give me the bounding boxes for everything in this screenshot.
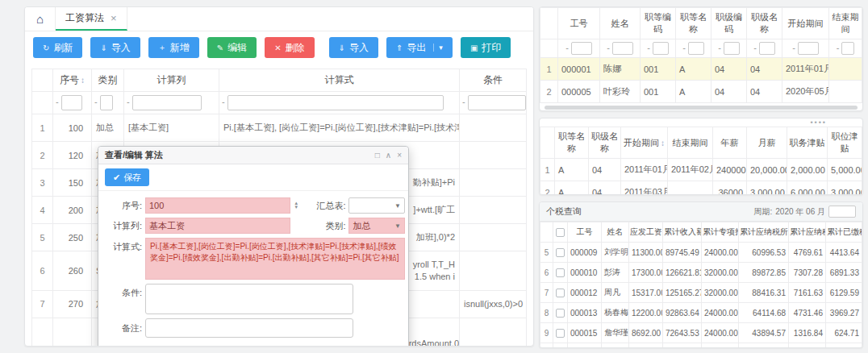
condition-textarea[interactable] [145, 284, 353, 314]
filter-operator[interactable]: - [837, 43, 840, 52]
tax-row[interactable]: 5 000009 刘学明 11300.00 89745.49 24000.00 … [540, 243, 862, 263]
filter-input-condition[interactable] [468, 95, 526, 110]
cell-gross-pay: 12200.00 [629, 303, 663, 323]
filter-operator[interactable]: - [56, 97, 59, 106]
cell-cum-income: 89745.49 [663, 243, 702, 263]
drag-handle-dots[interactable]: •••• [810, 119, 827, 126]
row-checkbox[interactable] [556, 248, 565, 257]
filter-input-seq[interactable] [61, 95, 82, 110]
dialog-body: 序号: 100 ▲ ▼ 汇总表: ▼ 计算列: 基本工资 类别: 加总 [98, 191, 408, 347]
cell-grade-code: 001 [641, 58, 676, 81]
filter-input[interactable] [841, 42, 854, 55]
salary-row[interactable]: 1 A 04 2011年01月 2011年02月 240000 20,000.0… [540, 159, 862, 181]
import-button-2[interactable]: ⇓ 导入 [329, 37, 378, 58]
delete-icon: ✕ [274, 44, 281, 52]
algorithm-row[interactable]: 1 100 加总 [基本工资] Pi.[基本工资], [岗位工资]=Pi.[岗位… [32, 114, 527, 142]
filter-operator[interactable]: - [127, 97, 130, 106]
horizontal-scrollbar[interactable] [545, 106, 858, 110]
summary-select[interactable]: ▼ [348, 197, 405, 214]
cell-seq: 150 [53, 169, 92, 197]
print-button[interactable]: ▣ 打印 [461, 37, 511, 58]
maximize-icon[interactable]: □ [375, 152, 380, 160]
filter-input[interactable] [612, 42, 633, 55]
delete-button[interactable]: ✕ 删除 [265, 37, 314, 58]
col-header-start-period[interactable]: 开始期间↕ [621, 127, 668, 159]
filter-operator[interactable]: - [462, 97, 465, 106]
grade-row[interactable]: 2 000005 叶彩玲 001 A 04 04 2020年05月 [540, 81, 862, 103]
row-checkbox[interactable] [556, 329, 565, 338]
salary-row[interactable]: 2 A 04 2011年03月 36000 3,000.00 6,000.00 … [540, 181, 862, 196]
filter-operator[interactable]: - [565, 43, 569, 52]
tab-home[interactable]: ⌂ [25, 7, 56, 31]
row-number: 3 [32, 169, 53, 197]
column-field[interactable]: 基本工资 [145, 218, 290, 234]
seq-field[interactable]: 100 [145, 197, 290, 214]
note-input[interactable] [145, 318, 353, 338]
refresh-button[interactable]: ↻ 刷新 [33, 37, 82, 58]
dialog-close-icon[interactable]: × [397, 152, 402, 160]
row-checkbox[interactable] [556, 289, 565, 297]
filter-input[interactable] [798, 42, 819, 55]
row-number: 1 [540, 159, 555, 181]
cell-level-name: 04 [589, 181, 621, 196]
grade-row[interactable]: 1 000001 陈娜 001 A 04 04 2011年01月 [540, 58, 862, 81]
cell-end-period [668, 181, 713, 196]
filter-operator[interactable]: - [753, 43, 757, 52]
col-header-column: 计算列 [124, 69, 219, 92]
filter-input[interactable] [653, 42, 669, 55]
filter-input[interactable] [571, 42, 592, 55]
filter-operator[interactable]: - [94, 97, 98, 106]
tab-label: 工资算法 [65, 11, 104, 25]
filter-input-category[interactable] [100, 95, 113, 110]
close-icon[interactable]: × [111, 13, 117, 23]
filter-input[interactable] [688, 42, 704, 55]
export-button[interactable]: ⇑ 导出 ▾ [386, 37, 453, 58]
filter-operator[interactable]: - [718, 43, 721, 52]
cell-emp-id: 000016 [568, 343, 602, 349]
row-checkbox[interactable] [556, 268, 565, 277]
panel-header: 个税查询 周期: 2020 年 06 月 [540, 202, 862, 222]
row-checkbox[interactable] [556, 309, 565, 318]
period-value: 2020 年 06 月 [775, 206, 825, 218]
filter-input-formula[interactable] [227, 95, 444, 110]
caret-down-icon[interactable]: ▾ [433, 44, 443, 52]
tax-row[interactable]: 7 000012 周凡 15317.00 125165.27 32000.00 … [540, 283, 862, 303]
formula-textarea[interactable]: Pi.[基本工资],[岗位工资]=Pi.[岗位工资],[技术津贴]=Pi.[技术… [145, 238, 405, 280]
filter-operator[interactable]: - [792, 43, 795, 52]
row-number: 5 [540, 243, 553, 263]
filter-operator[interactable]: - [647, 43, 650, 52]
dialog-titlebar[interactable]: 查看/编辑 算法 □ ∧ × [98, 147, 408, 164]
filter-input[interactable] [724, 42, 740, 55]
row-number: 2 [540, 181, 555, 196]
filter-input-column[interactable] [132, 95, 202, 110]
edit-button[interactable]: ✎ 编辑 [207, 37, 257, 58]
row-number: 8 [540, 303, 553, 323]
col-header: 累计已缴税额 [826, 222, 862, 243]
spinner-down-icon[interactable]: ▼ [294, 206, 298, 210]
sort-icon[interactable]: ↕ [81, 76, 85, 85]
filter-operator[interactable]: - [682, 43, 686, 52]
category-select[interactable]: 加总 ▼ [348, 218, 405, 234]
period-input[interactable] [828, 206, 856, 218]
tax-row[interactable]: 9 000015 詹华瑾 8692.00 72643.53 24000.00 4… [540, 323, 862, 343]
import-button[interactable]: ⇓ 导入 [90, 37, 140, 58]
cell-emp-id: 000010 [568, 263, 602, 283]
filter-input[interactable] [759, 42, 775, 55]
print-icon: ▣ [470, 44, 478, 52]
tax-row[interactable]: 8 000013 杨春梅 12200.00 92863.64 24000.00 … [540, 303, 862, 323]
cell-cum-tax-payable: 4769.61 [789, 243, 826, 263]
collapse-icon[interactable]: ∧ [386, 152, 391, 160]
save-button[interactable]: ✔ 保存 [105, 168, 149, 186]
sort-icon[interactable]: ↕ [661, 139, 665, 147]
tab-salary-algorithm[interactable]: 工资算法 × [56, 7, 127, 31]
tax-row[interactable]: 10 000016 研发兴 19600.00 157261.42 40000.0… [540, 343, 862, 349]
filter-operator[interactable]: - [607, 43, 610, 52]
cell-duty-allowance: 2,000.00 [787, 159, 828, 181]
col-header-seq[interactable]: 序号↕ [53, 69, 92, 92]
add-button[interactable]: ＋ 新增 [148, 37, 199, 58]
filter-operator[interactable]: - [222, 97, 225, 106]
select-all-checkbox[interactable] [556, 228, 565, 237]
button-label: 导入 [349, 41, 369, 55]
tax-row[interactable]: 6 000010 彭涛 17300.00 126621.81 32000.00 … [540, 263, 862, 283]
cell-start-period: 2011年01月 [621, 159, 668, 181]
